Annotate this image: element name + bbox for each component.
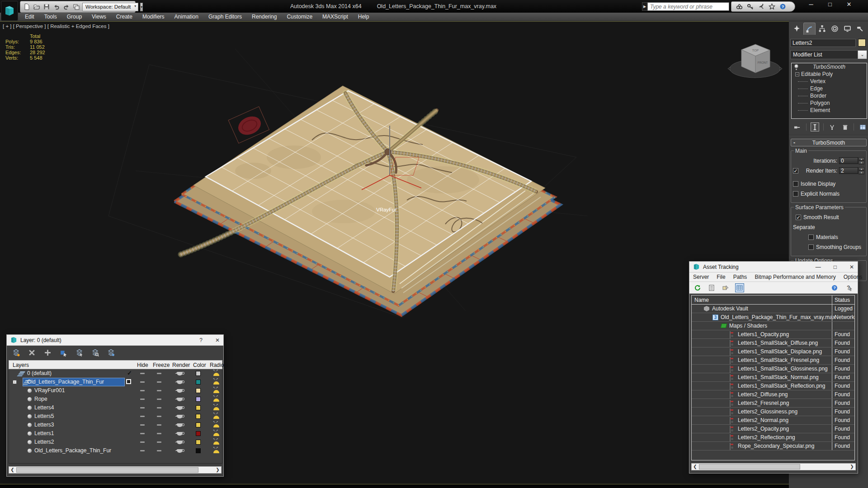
maximize-button[interactable]: □ (834, 264, 837, 270)
asset-row[interactable]: Letters1_SmallStack_Fresnel.pngFound (692, 356, 854, 365)
make-unique-button[interactable] (828, 122, 837, 131)
radiosity-icon[interactable] (213, 433, 219, 436)
help-button[interactable]: ? (199, 337, 203, 343)
at-menu-options[interactable]: Options (844, 274, 862, 280)
close-button[interactable]: ✕ (849, 264, 854, 270)
freeze-toggle[interactable] (157, 416, 161, 417)
scroll-left-arrow[interactable]: ❮ (9, 467, 16, 473)
column-header-layers[interactable]: Layers (13, 362, 29, 368)
hide-toggle[interactable] (140, 381, 145, 383)
asset-row[interactable]: Rope_Secondary_Specular.pngFound (692, 442, 854, 450)
layer-color-swatch[interactable] (196, 414, 201, 419)
radiosity-icon[interactable] (213, 373, 219, 376)
utilities-tab[interactable] (854, 23, 866, 35)
radiosity-icon[interactable] (213, 450, 219, 453)
undo-button[interactable] (52, 3, 61, 11)
toolbar-overflow-button[interactable]: ▾ (140, 3, 143, 11)
infocenter-help-button[interactable]: ? (778, 3, 787, 11)
select-layer-objects-button[interactable] (59, 348, 68, 357)
asset-row[interactable]: Letters2_Reflection.pngFound (692, 433, 854, 442)
menu-tools[interactable]: Tools (39, 13, 62, 21)
asset-row[interactable]: Letters2_Diffuse.pngFound (692, 390, 854, 399)
horizontal-scrollbar[interactable]: ❮ ❯ (9, 466, 222, 474)
freeze-toggle[interactable] (157, 407, 161, 408)
motion-tab[interactable] (829, 23, 841, 35)
render-toggle-icon[interactable] (177, 415, 183, 418)
redo-button[interactable] (62, 3, 71, 11)
render-toggle-icon[interactable] (177, 449, 183, 453)
modifier-enabled-bulb-icon[interactable] (794, 64, 798, 68)
search-button[interactable] (735, 3, 743, 11)
asset-row[interactable]: Letters2_Fresnel.pngFound (692, 399, 854, 408)
hide-toggle[interactable] (140, 399, 145, 400)
maximize-button[interactable]: □ (826, 1, 834, 8)
asset-row[interactable]: Letters1_SmallStack_Normal.pngFound (692, 373, 854, 382)
at-menu-bitmap-performance-and-memory[interactable]: Bitmap Performance and Memory (755, 274, 835, 280)
freeze-toggle[interactable] (157, 381, 161, 383)
layer-row[interactable]: Letters4 (9, 404, 222, 412)
hide-toggle[interactable] (140, 424, 145, 426)
radiosity-icon[interactable] (213, 416, 219, 419)
layer-properties-button[interactable] (106, 348, 115, 357)
table-view-button[interactable] (735, 283, 744, 292)
smooth-result-checkbox[interactable]: ✓ (796, 215, 801, 220)
status-column-header[interactable]: Status (835, 297, 850, 303)
stack-item-editable-poly[interactable]: −Editable Poly (792, 70, 867, 78)
scrollbar-thumb[interactable] (16, 467, 198, 473)
layer-color-swatch[interactable] (196, 431, 201, 436)
stack-subobject-vertex[interactable]: Vertex (792, 78, 867, 85)
menu-create[interactable]: Create (111, 13, 137, 21)
horizontal-scrollbar[interactable]: ❮ ❯ (691, 463, 856, 470)
asset-row[interactable]: Autodesk VaultLogged O (692, 305, 854, 313)
create-layer-button[interactable] (11, 348, 20, 357)
show-end-result-button[interactable] (811, 122, 820, 131)
menu-edit[interactable]: Edit (20, 13, 39, 21)
render-toggle-icon[interactable] (177, 389, 183, 393)
layer-color-swatch[interactable] (196, 405, 201, 410)
scroll-right-arrow[interactable]: ❯ (849, 464, 855, 470)
stack-item-turbosmooth[interactable]: TurboSmooth (792, 63, 867, 70)
layer-row[interactable]: VRayFur001 (9, 386, 222, 395)
license-key-button[interactable] (746, 3, 754, 11)
freeze-toggle[interactable] (157, 450, 161, 451)
radiosity-icon[interactable] (213, 407, 219, 410)
collapse-icon[interactable]: − (795, 72, 799, 76)
layer-color-swatch[interactable] (196, 380, 201, 385)
iterations-spinner[interactable]: ▲▼ (859, 157, 864, 164)
at-menu-server[interactable]: Server (693, 274, 709, 280)
scroll-left-arrow[interactable]: ❮ (692, 464, 698, 470)
whats-this-button[interactable]: ? (845, 283, 854, 292)
at-menu-file[interactable]: File (717, 274, 725, 280)
delete-layer-button[interactable] (27, 348, 36, 357)
freeze-toggle[interactable] (157, 424, 161, 426)
remove-modifier-button[interactable] (841, 122, 850, 131)
menu-graph-editors[interactable]: Graph Editors (203, 13, 247, 21)
column-header-radiosi[interactable]: Radiosi (210, 362, 228, 368)
freeze-toggle[interactable] (157, 399, 161, 400)
hide-toggle[interactable] (140, 416, 145, 417)
hide-toggle[interactable] (140, 390, 145, 391)
menu-rendering[interactable]: Rendering (247, 13, 282, 21)
add-selection-to-layer-button[interactable] (43, 348, 52, 357)
render-iters-checkbox[interactable]: ✓ (793, 168, 798, 174)
hide-toggle[interactable] (140, 441, 145, 443)
hide-toggle[interactable] (140, 407, 145, 408)
hide-toggle[interactable] (140, 433, 145, 434)
project-folder-button[interactable] (72, 3, 80, 11)
smoothing-groups-checkbox[interactable] (808, 244, 814, 250)
menu-animation[interactable]: Animation (170, 13, 203, 21)
render-toggle-icon[interactable] (177, 398, 183, 401)
object-name-field[interactable]: Letters2 (790, 39, 856, 47)
freeze-toggle[interactable] (157, 373, 161, 374)
menu-help[interactable]: Help (353, 13, 374, 21)
at-menu-paths[interactable]: Paths (733, 274, 747, 280)
radiosity-icon[interactable] (213, 441, 219, 445)
set-path-button[interactable] (721, 283, 730, 292)
report-view-button[interactable] (707, 283, 716, 292)
modify-tab[interactable] (803, 23, 816, 35)
column-header-freeze[interactable]: Freeze (153, 362, 170, 368)
stack-subobject-edge[interactable]: Edge (792, 85, 867, 92)
modifier-list-dropdown[interactable]: Modifier List ⌄ (790, 50, 867, 59)
object-color-swatch[interactable] (858, 39, 866, 47)
isoline-display-checkbox[interactable] (793, 181, 798, 187)
